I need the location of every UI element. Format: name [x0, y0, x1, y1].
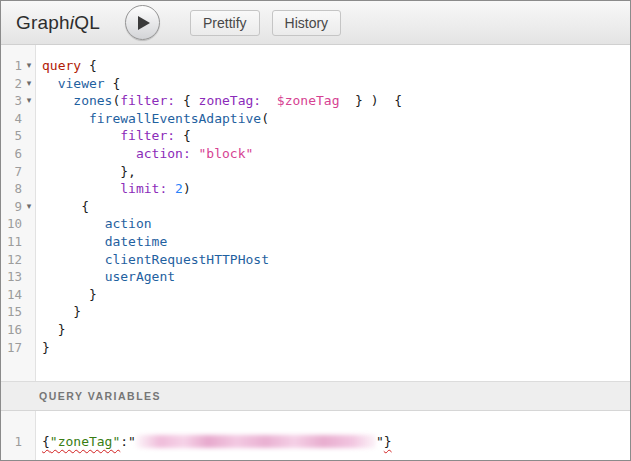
code-line[interactable]: 17} — [1, 339, 630, 357]
code-line[interactable]: 2▾ viewer { — [1, 75, 630, 93]
code-line[interactable]: 7 }, — [1, 163, 630, 181]
code-line[interactable]: 3▾ zones(filter: { zoneTag: $zoneTag } )… — [1, 92, 630, 110]
line-gutter: 7 — [1, 163, 36, 181]
line-number: 10 — [1, 215, 22, 233]
variables-gutter: 1 — [1, 433, 36, 451]
fold-open-icon[interactable]: ▾ — [22, 92, 36, 110]
fold-open-icon[interactable]: ▾ — [22, 198, 36, 216]
line-gutter: 11 — [1, 233, 36, 251]
line-gutter: 5 — [1, 127, 36, 145]
line-number: 16 — [1, 321, 22, 339]
code-line[interactable]: 4 firewallEventsAdaptive( — [1, 110, 630, 128]
fold-open-icon[interactable]: ▾ — [22, 57, 36, 75]
line-gutter: 10 — [1, 215, 36, 233]
variables-line[interactable]: 1 {"zoneTag":""} — [1, 433, 630, 451]
prettify-button[interactable]: Prettify — [190, 10, 260, 36]
line-number: 2 — [1, 75, 22, 93]
line-gutter: 6 — [1, 145, 36, 163]
line-number: 11 — [1, 233, 22, 251]
line-gutter: 8 — [1, 180, 36, 198]
code-line[interactable]: 15 } — [1, 303, 630, 321]
line-number: 17 — [1, 339, 22, 357]
code-line[interactable]: 8 limit: 2) — [1, 180, 630, 198]
code-line[interactable]: 1▾query { — [1, 57, 630, 75]
line-number: 15 — [1, 303, 22, 321]
code-line[interactable]: 12 clientRequestHTTPHost — [1, 251, 630, 269]
line-number: 6 — [1, 145, 22, 163]
execute-query-button[interactable] — [125, 5, 160, 40]
fold-open-icon[interactable]: ▾ — [22, 75, 36, 93]
line-gutter: 15 — [1, 303, 36, 321]
code-line[interactable]: 11 datetime — [1, 233, 630, 251]
play-icon — [138, 16, 150, 30]
line-number: 3 — [1, 92, 22, 110]
code-line[interactable]: 13 userAgent — [1, 268, 630, 286]
line-gutter: 2▾ — [1, 75, 36, 93]
line-gutter: 16 — [1, 321, 36, 339]
line-gutter: 17 — [1, 339, 36, 357]
line-number: 12 — [1, 251, 22, 269]
line-gutter: 14 — [1, 286, 36, 304]
line-gutter: 13 — [1, 268, 36, 286]
logo-text-ql: QL — [74, 12, 100, 33]
line-number: 13 — [1, 268, 22, 286]
history-button[interactable]: History — [272, 10, 342, 36]
variables-code[interactable]: {"zoneTag":""} — [36, 433, 392, 451]
toolbar: GraphiQL Prettify History — [1, 1, 630, 45]
line-number: 14 — [1, 286, 22, 304]
line-number: 4 — [1, 110, 22, 128]
line-number: 7 — [1, 163, 22, 181]
query-editor[interactable]: 1▾query {2▾ viewer {3▾ zones(filter: { z… — [1, 45, 630, 381]
line-number: 5 — [1, 127, 22, 145]
query-code-lines: 1▾query {2▾ viewer {3▾ zones(filter: { z… — [1, 57, 630, 356]
logo-text-graph: Graph — [16, 12, 70, 33]
code-line[interactable]: 16 } — [1, 321, 630, 339]
graphiql-window: GraphiQL Prettify History 1▾query {2▾ vi… — [0, 0, 631, 461]
code-line[interactable]: 14 } — [1, 286, 630, 304]
line-number: 8 — [1, 180, 22, 198]
redacted-value — [136, 435, 376, 448]
line-number: 1 — [1, 57, 22, 75]
query-variables-header[interactable]: Query Variables — [1, 381, 630, 411]
line-number: 9 — [1, 198, 22, 216]
code-line[interactable]: 5 filter: { — [1, 127, 630, 145]
query-variables-title: Query Variables — [39, 390, 161, 402]
code-line[interactable]: 9▾ { — [1, 198, 630, 216]
line-gutter: 3▾ — [1, 92, 36, 110]
line-number: 1 — [1, 433, 22, 451]
code-line[interactable]: 6 action: "block" — [1, 145, 630, 163]
line-gutter: 9▾ — [1, 198, 36, 216]
code-line[interactable]: 10 action — [1, 215, 630, 233]
variables-editor[interactable]: 1 {"zoneTag":""} — [1, 411, 630, 460]
graphiql-logo: GraphiQL — [16, 12, 100, 34]
line-gutter: 4 — [1, 110, 36, 128]
line-gutter: 12 — [1, 251, 36, 269]
line-gutter: 1▾ — [1, 57, 36, 75]
